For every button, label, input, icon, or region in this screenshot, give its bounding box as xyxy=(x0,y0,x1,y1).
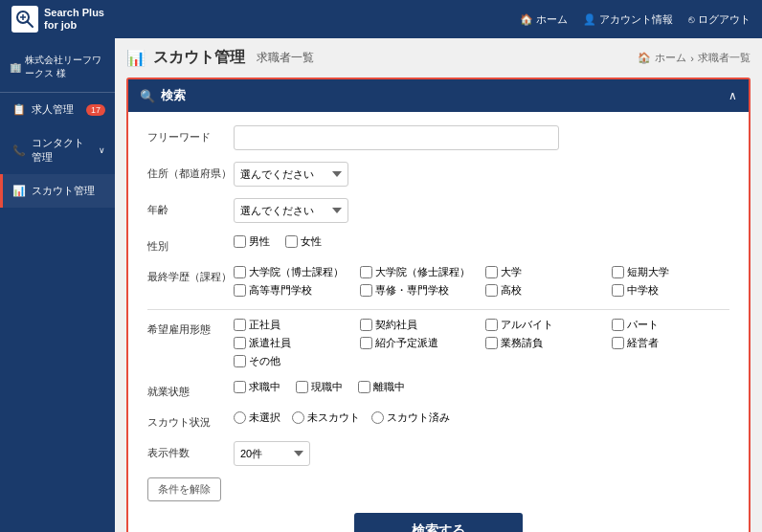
search-panel-header-left: 🔍 検索 xyxy=(140,87,186,104)
logo-icon xyxy=(11,6,38,33)
edu-university[interactable]: 大学 xyxy=(485,265,604,279)
emp-other[interactable]: その他 xyxy=(234,354,729,368)
emp-parttime-checkbox[interactable] xyxy=(485,319,498,331)
search-header-label: 検索 xyxy=(161,87,186,104)
scout-done-radio[interactable] xyxy=(371,411,384,424)
employment-row3: その他 xyxy=(234,354,729,368)
status-jobseeking[interactable]: 求職中 xyxy=(234,380,280,394)
freeword-input[interactable] xyxy=(234,125,559,150)
status-unemployed[interactable]: 離職中 xyxy=(358,380,405,394)
emp-referral[interactable]: 紹介予定派遣 xyxy=(360,336,479,350)
gender-male[interactable]: 男性 xyxy=(234,234,270,249)
edu-junior-college-checkbox[interactable] xyxy=(612,266,624,278)
display-count-row: 表示件数 20件 50件 100件 xyxy=(147,441,729,466)
education-group-row1: 大学院（博士課程） 大学院（修士課程） 大学 xyxy=(234,265,729,279)
kyujin-badge: 17 xyxy=(86,104,105,116)
employment-row: 希望雇用形態 正社員 契約社員 xyxy=(147,318,729,368)
emp-contract-checkbox[interactable] xyxy=(360,319,372,331)
emp-contract[interactable]: 契約社員 xyxy=(360,318,479,332)
reset-area: 条件を解除 xyxy=(147,477,729,501)
sidebar-item-kyujin[interactable]: 📋 求人管理 17 xyxy=(0,93,115,126)
gender-female[interactable]: 女性 xyxy=(285,234,322,249)
content-area: 📊 スカウト管理 求職者一覧 🏠 ホーム › 求職者一覧 🔍 検索 ∧ xyxy=(115,38,762,532)
scout-not-yet[interactable]: 未スカウト xyxy=(292,410,360,425)
gender-male-checkbox[interactable] xyxy=(234,235,246,248)
gender-label: 性別 xyxy=(147,234,234,254)
edu-university-checkbox[interactable] xyxy=(485,266,498,278)
employment-status-label: 就業状態 xyxy=(147,380,234,399)
status-employed-checkbox[interactable] xyxy=(296,381,308,393)
freeword-row: フリーワード xyxy=(147,125,729,150)
edu-middleschool-checkbox[interactable] xyxy=(612,284,624,297)
search-button[interactable]: 検索する xyxy=(354,513,523,532)
education-group-row2: 高等専門学校 専修・専門学校 高校 xyxy=(234,283,729,298)
address-select[interactable]: 選んでください xyxy=(234,162,348,187)
sidebar: 🏢 株式会社リーフワークス 様 📋 求人管理 17 📞 コンタクト管理 ∨ 📊 … xyxy=(0,38,115,532)
scout-done[interactable]: スカウト済み xyxy=(371,410,450,425)
header-nav: 🏠 ホーム 👤 アカウント情報 ⎋ ログアウト xyxy=(520,12,751,27)
employment-row1: 正社員 契約社員 アルバイト xyxy=(234,318,729,332)
emp-dispatch[interactable]: 派遣社員 xyxy=(234,336,352,350)
emp-full-time-checkbox[interactable] xyxy=(234,319,246,331)
edu-masters[interactable]: 大学院（修士課程） xyxy=(360,265,479,279)
age-select[interactable]: 選んでください xyxy=(234,198,348,223)
breadcrumb-current: 求職者一覧 xyxy=(698,51,751,65)
scout-icon: 📊 xyxy=(12,185,26,197)
search-panel-header[interactable]: 🔍 検索 ∧ xyxy=(128,79,749,112)
scout-not-yet-radio[interactable] xyxy=(292,411,304,424)
edu-vocational-checkbox[interactable] xyxy=(360,284,372,297)
education-control: 大学院（博士課程） 大学院（修士課程） 大学 xyxy=(234,265,729,298)
status-unemployed-checkbox[interactable] xyxy=(358,381,370,393)
emp-manager[interactable]: 経営者 xyxy=(612,336,730,350)
kyujin-icon: 📋 xyxy=(12,103,26,116)
emp-referral-checkbox[interactable] xyxy=(360,337,372,349)
edu-masters-checkbox[interactable] xyxy=(360,266,372,278)
emp-part-checkbox[interactable] xyxy=(612,319,624,331)
scout-unselected-radio[interactable] xyxy=(234,411,246,424)
freeword-label: フリーワード xyxy=(147,125,234,144)
employment-status-group: 求職中 現職中 離職中 xyxy=(234,380,729,394)
gender-female-checkbox[interactable] xyxy=(285,235,298,248)
edu-middleschool[interactable]: 中学校 xyxy=(612,283,730,298)
display-count-control: 20件 50件 100件 xyxy=(234,441,729,466)
emp-manager-checkbox[interactable] xyxy=(612,337,624,349)
age-control: 選んでください xyxy=(234,198,729,223)
emp-contract-work[interactable]: 業務請負 xyxy=(485,336,604,350)
scout-status-row: スカウト状況 未選択 未スカウト xyxy=(147,410,729,430)
account-link[interactable]: 👤 アカウント情報 xyxy=(583,12,673,27)
search-button-area: 検索する xyxy=(147,513,729,532)
breadcrumb: 🏠 ホーム › 求職者一覧 xyxy=(638,51,751,65)
edu-vocational[interactable]: 専修・専門学校 xyxy=(360,283,479,298)
edu-tech-college[interactable]: 高等専門学校 xyxy=(234,283,352,298)
logo: Search Plus for job xyxy=(11,6,104,33)
edu-highschool-checkbox[interactable] xyxy=(485,284,498,297)
edu-doctoral-checkbox[interactable] xyxy=(234,266,246,278)
display-count-select[interactable]: 20件 50件 100件 xyxy=(234,441,310,466)
emp-part[interactable]: パート xyxy=(612,318,730,332)
emp-parttime[interactable]: アルバイト xyxy=(485,318,604,332)
status-jobseeking-checkbox[interactable] xyxy=(234,381,246,393)
status-employed[interactable]: 現職中 xyxy=(296,380,343,394)
emp-dispatch-checkbox[interactable] xyxy=(234,337,246,349)
page-title: スカウト管理 xyxy=(153,48,245,68)
employment-label: 希望雇用形態 xyxy=(147,318,234,337)
scout-unselected[interactable]: 未選択 xyxy=(234,410,280,425)
gender-control: 男性 女性 xyxy=(234,234,729,249)
edu-tech-college-checkbox[interactable] xyxy=(234,284,246,297)
edu-doctoral[interactable]: 大学院（博士課程） xyxy=(234,265,352,279)
logout-link[interactable]: ⎋ ログアウト xyxy=(688,12,751,27)
reset-button[interactable]: 条件を解除 xyxy=(147,477,221,501)
gender-row: 性別 男性 女性 xyxy=(147,234,729,254)
sidebar-company: 🏢 株式会社リーフワークス 様 xyxy=(0,46,115,93)
edu-junior-college[interactable]: 短期大学 xyxy=(612,265,730,279)
address-row: 住所（都道府県） 選んでください xyxy=(147,162,729,187)
edu-highschool[interactable]: 高校 xyxy=(485,283,604,298)
home-icon: 🏠 xyxy=(520,13,533,26)
page-subtitle: 求職者一覧 xyxy=(257,50,314,66)
emp-contract-work-checkbox[interactable] xyxy=(485,337,498,349)
emp-other-checkbox[interactable] xyxy=(234,355,246,367)
sidebar-item-scout[interactable]: 📊 スカウト管理 xyxy=(0,174,115,208)
home-link[interactable]: 🏠 ホーム xyxy=(520,12,568,27)
emp-full-time[interactable]: 正社員 xyxy=(234,318,352,332)
sidebar-item-contact[interactable]: 📞 コンタクト管理 ∨ xyxy=(0,126,115,174)
